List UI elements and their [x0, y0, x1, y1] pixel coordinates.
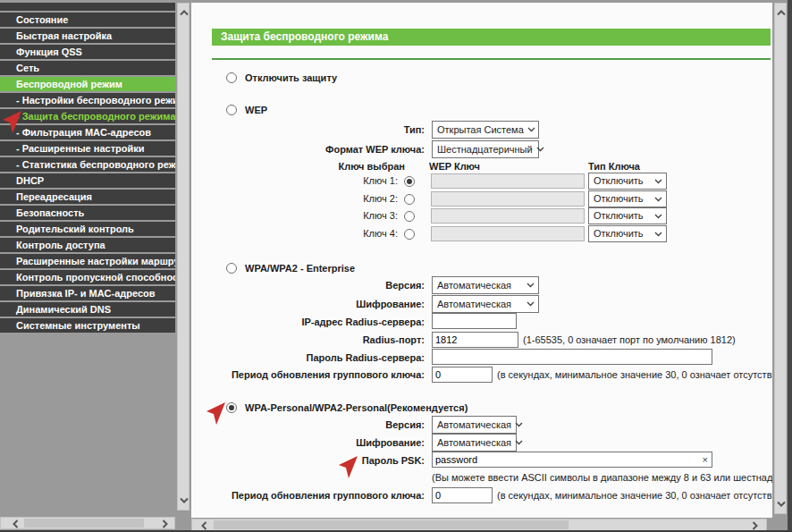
chevron-down-icon	[515, 422, 523, 427]
sidebar-vertical-scrollbar[interactable]	[177, 3, 190, 511]
sidebar-item-advanced-routing[interactable]: Расширенные настройки маршрутизации	[0, 254, 175, 268]
wep-type-label: Тип:	[191, 121, 425, 139]
chevron-down-icon	[536, 147, 544, 152]
wep-key-row: Ключ 2: Отключить	[191, 190, 772, 207]
sidebar-item-forwarding[interactable]: Переадресация	[0, 190, 175, 204]
radio-disable-security-label[interactable]: Отключить защиту	[245, 72, 337, 83]
ent-encryption-label: Шифрование:	[191, 295, 425, 313]
sidebar-item-parental-control[interactable]: Родительский контроль	[0, 222, 175, 236]
wep-key1-type-select[interactable]: Отключить	[588, 173, 667, 190]
per-psk-password-input[interactable]	[433, 453, 699, 466]
chevron-down-icon	[654, 232, 662, 237]
sidebar-item-security[interactable]: Безопасность	[0, 206, 175, 220]
chevron-down-icon	[527, 127, 535, 132]
page-title: Защита беспроводного режима	[212, 29, 771, 46]
pointer-arrow-psk	[337, 455, 358, 479]
wep-key-format-select[interactable]: Шестнадцатеричный	[432, 140, 539, 158]
wep-key2-radio[interactable]	[404, 194, 415, 205]
wep-type-select[interactable]: Открытая Система	[432, 121, 539, 139]
radio-wpa-enterprise[interactable]	[226, 263, 237, 274]
sidebar-item-clipped	[0, 3, 175, 11]
wep-key4-label: Ключ 4:	[191, 225, 398, 242]
sidebar-item-status[interactable]: Состояние	[0, 13, 175, 27]
wep-key2-type-select[interactable]: Отключить	[588, 190, 667, 207]
wep-key3-radio[interactable]	[404, 211, 415, 222]
per-version-select[interactable]: Автоматическая	[432, 416, 517, 434]
per-psk-password-hint: (Вы можете ввести ASCII символы в диапаз…	[432, 471, 772, 484]
wep-key-format-label: Формат WEP ключа:	[191, 140, 425, 158]
wep-key1-radio[interactable]	[404, 176, 415, 187]
chevron-down-icon	[654, 214, 662, 219]
chevron-down-icon	[654, 197, 662, 202]
content-vertical-scrollbar[interactable]	[774, 3, 787, 514]
ent-group-key-period-label: Период обновления группового ключа:	[191, 366, 425, 384]
sidebar-item-network[interactable]: Сеть	[0, 61, 175, 75]
wep-col-wep-key: WEP Ключ	[429, 160, 480, 173]
window-right-edge	[788, 0, 792, 532]
sidebar-item-dhcp[interactable]: DHCP	[0, 173, 175, 188]
scroll-up-icon[interactable]	[180, 9, 189, 18]
pointer-arrow-wpa-personal	[205, 401, 226, 426]
wep-key2-label: Ключ 2:	[191, 190, 398, 207]
scroll-right-icon[interactable]	[160, 519, 169, 528]
sidebar-item-wireless-statistics[interactable]: - Статистика беспроводного режима	[0, 157, 175, 172]
content-horizontal-scrollbar[interactable]	[191, 519, 767, 531]
wep-col-key-selected: Ключ выбран	[191, 160, 405, 173]
radio-disable-security[interactable]	[226, 72, 237, 83]
per-psk-password-label: Пароль PSK:	[191, 452, 425, 469]
sidebar-item-access-control[interactable]: Контроль доступа	[0, 238, 175, 252]
wep-key3-input	[431, 208, 585, 224]
sidebar-item-wireless-security[interactable]: - Защита беспроводного режима	[0, 109, 175, 123]
section-divider	[212, 58, 771, 60]
wep-key-row: Ключ 1: Отключить	[191, 173, 772, 190]
per-group-key-period-label: Период обновления группового ключа:	[191, 486, 425, 504]
ent-radius-port-label: Radius-порт:	[191, 331, 425, 349]
sidebar-horizontal-scrollbar[interactable]	[0, 517, 175, 529]
per-psk-password-field: ×	[432, 452, 712, 468]
sidebar-item-ip-mac-binding[interactable]: Привязка IP- и MAC-адресов	[0, 286, 175, 300]
radio-wep-label[interactable]: WEP	[245, 105, 267, 115]
scrollbar-thumb[interactable]	[24, 519, 144, 528]
clear-input-icon[interactable]: ×	[699, 452, 712, 467]
radio-wep[interactable]	[226, 105, 237, 115]
radio-wpa-personal[interactable]	[226, 402, 237, 413]
radio-wpa-personal-label[interactable]: WPA-Personal/WPA2-Personal(Рекомендуется…	[245, 402, 468, 413]
sidebar-item-wireless-advanced[interactable]: - Расширенные настройки	[0, 141, 175, 156]
per-encryption-label: Шифрование:	[191, 434, 425, 452]
sidebar-item-ddns[interactable]: Динамический DNS	[0, 302, 175, 317]
sidebar-item-quick-setup[interactable]: Быстрая настройка	[0, 29, 175, 43]
per-group-key-period-input[interactable]	[432, 487, 493, 503]
ent-radius-ip-label: IP-адрес Radius-сервера:	[191, 313, 425, 331]
ent-radius-ip-input[interactable]	[432, 313, 517, 329]
sidebar-item-qss[interactable]: Функция QSS	[0, 45, 175, 59]
per-encryption-select[interactable]: Автоматическая	[432, 434, 517, 452]
scroll-left-icon[interactable]	[12, 519, 21, 528]
wep-key1-input	[431, 173, 585, 189]
pointer-arrow-sidebar	[1, 110, 22, 134]
scroll-up-icon[interactable]	[777, 9, 786, 18]
sidebar-item-system-tools[interactable]: Системные инструменты	[0, 318, 175, 333]
sidebar-item-wireless[interactable]: Беспроводной режим	[0, 77, 175, 91]
ent-radius-port-input[interactable]	[432, 332, 518, 348]
scroll-left-icon[interactable]	[200, 521, 209, 530]
main-content: Защита беспроводного режима Отключить за…	[191, 3, 772, 518]
wep-key3-type-select[interactable]: Отключить	[588, 207, 667, 224]
sidebar-item-mac-filtering[interactable]: - Фильтрация MAC-адресов	[0, 125, 175, 139]
scrollbar-thumb[interactable]	[214, 520, 569, 529]
wep-key4-input	[431, 226, 585, 241]
ent-group-key-period-input[interactable]	[432, 367, 493, 383]
ent-version-select[interactable]: Автоматическая	[432, 276, 539, 294]
sidebar-item-wireless-settings[interactable]: - Настройки беспроводного режима	[0, 93, 175, 107]
ent-encryption-select[interactable]: Автоматическая	[432, 295, 539, 313]
ent-version-label: Версия:	[191, 276, 425, 294]
scroll-right-icon[interactable]	[750, 521, 759, 530]
wep-key4-radio[interactable]	[404, 229, 415, 240]
ent-radius-port-hint: (1-65535, 0 означает порт по умолчанию 1…	[523, 331, 736, 349]
scroll-down-icon[interactable]	[180, 495, 189, 504]
wep-key4-type-select[interactable]: Отключить	[588, 225, 667, 242]
sidebar-item-bandwidth-control[interactable]: Контроль пропускной способности	[0, 270, 175, 284]
ent-radius-password-input[interactable]	[432, 349, 712, 365]
scroll-down-icon[interactable]	[777, 499, 786, 508]
router-admin-page: Состояние Быстрая настройка Функция QSS …	[0, 0, 792, 532]
radio-wpa-enterprise-label[interactable]: WPA/WPA2 - Enterprise	[245, 263, 355, 274]
